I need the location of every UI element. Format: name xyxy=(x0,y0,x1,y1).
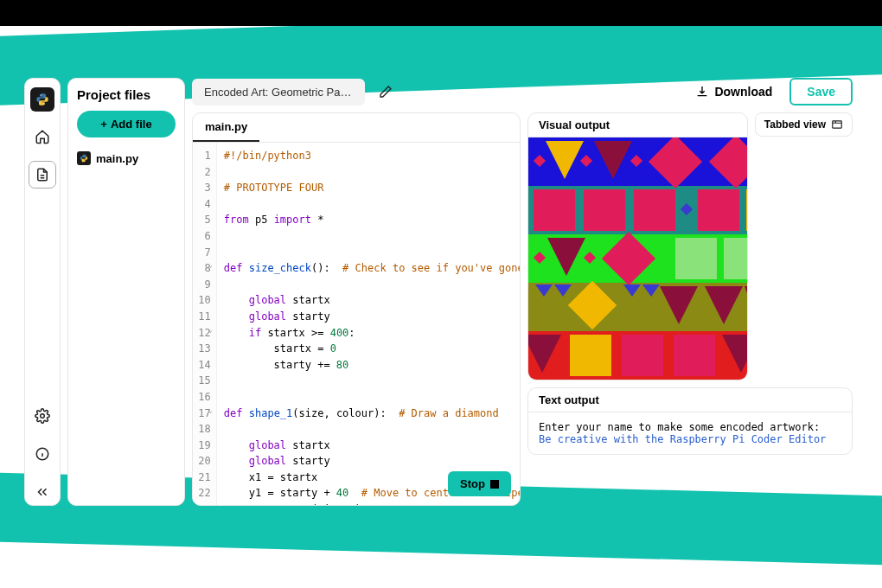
tabbed-view-button[interactable]: Tabbed view xyxy=(755,112,853,137)
stop-label: Stop xyxy=(460,477,485,490)
file-name: main.py xyxy=(96,152,138,165)
info-icon[interactable] xyxy=(29,441,55,467)
text-output-body: Enter your name to make some encoded art… xyxy=(528,412,852,454)
plus-icon: + xyxy=(100,118,107,131)
svg-point-0 xyxy=(40,94,41,95)
code-area[interactable]: 12345678⌄9101112⌄1314151617⌄181920212223… xyxy=(193,143,520,505)
project-title-chip[interactable]: Encoded Art: Geometric Pat … xyxy=(192,79,365,105)
files-icon[interactable] xyxy=(29,162,55,188)
text-output-prompt: Enter your name to make some encoded art… xyxy=(539,421,841,433)
collapse-icon[interactable] xyxy=(29,479,55,505)
main-area: Encoded Art: Geometric Pat … Download Sa… xyxy=(192,78,853,506)
workspace: main.py 12345678⌄9101112⌄1314151617⌄1819… xyxy=(192,112,853,506)
settings-icon[interactable] xyxy=(29,403,55,429)
home-icon[interactable] xyxy=(29,124,55,150)
edit-title-button[interactable] xyxy=(374,80,398,104)
sidebar: Project files + Add file main.py xyxy=(67,78,185,506)
tabbed-view-icon xyxy=(831,118,843,131)
tabbed-view-label: Tabbed view xyxy=(764,118,826,131)
topbar: Encoded Art: Geometric Pat … Download Sa… xyxy=(192,78,853,105)
right-column: Visual output xyxy=(527,112,853,506)
add-file-label: Add file xyxy=(111,118,152,131)
download-button[interactable]: Download xyxy=(687,80,781,104)
line-gutter: 12345678⌄9101112⌄1314151617⌄181920212223… xyxy=(193,143,217,505)
visual-output-header: Visual output xyxy=(528,113,747,137)
svg-rect-4 xyxy=(833,121,842,128)
python-logo-icon xyxy=(30,87,54,112)
text-output-panel: Text output Enter your name to make some… xyxy=(527,387,853,455)
text-output-input-line[interactable]: Be creative with the Raspberry Pi Coder … xyxy=(539,433,841,445)
svg-point-1 xyxy=(43,103,44,104)
editor-tabs: main.py xyxy=(193,113,520,143)
save-button[interactable]: Save xyxy=(789,78,853,105)
left-rail xyxy=(24,78,61,506)
python-file-icon xyxy=(77,151,91,165)
visual-row: Visual output xyxy=(527,112,853,380)
sidebar-title: Project files xyxy=(77,87,176,102)
app-root: Project files + Add file main.py Encoded… xyxy=(24,78,853,506)
text-output-header: Text output xyxy=(528,388,852,412)
stop-icon xyxy=(490,480,499,489)
stop-button[interactable]: Stop xyxy=(448,471,511,496)
add-file-button[interactable]: + Add file xyxy=(77,111,176,137)
visual-canvas xyxy=(528,137,748,380)
download-label: Download xyxy=(714,85,772,99)
visual-output-panel: Visual output xyxy=(527,112,748,380)
editor-panel: main.py 12345678⌄9101112⌄1314151617⌄1819… xyxy=(192,112,521,506)
page-black-strip xyxy=(0,0,882,26)
tab-main-py[interactable]: main.py xyxy=(193,113,259,142)
svg-point-2 xyxy=(41,414,45,419)
file-item-main-py[interactable]: main.py xyxy=(77,151,176,165)
code-body[interactable]: #!/bin/python3 # PROTOTYPE FOUR from p5 … xyxy=(217,143,520,505)
